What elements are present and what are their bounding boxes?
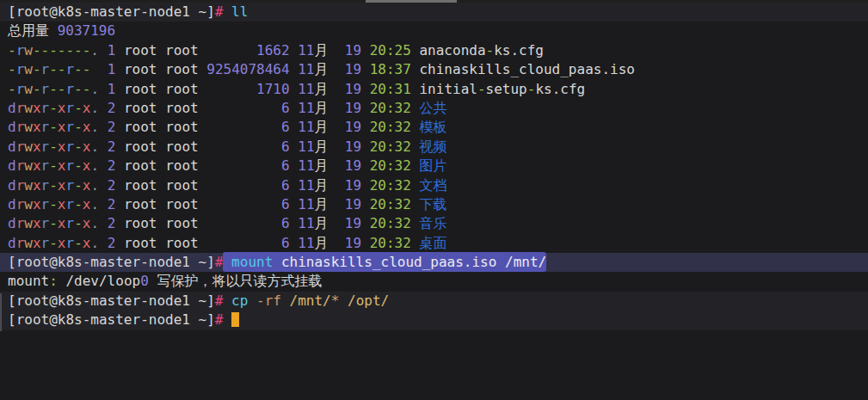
text-segment: -- [74,81,90,97]
text-segment: w [24,100,33,116]
text-segment [290,215,299,231]
text-segment: 20:25 [370,42,411,58]
text-segment: r [65,177,74,194]
text-segment: 2 [108,177,116,194]
text-segment: - [49,100,58,116]
text-segment [290,235,299,251]
text-segment: . [90,196,99,212]
text-segment: x [83,138,91,155]
text-segment: 19 [345,119,361,135]
text-segment: d [8,235,16,251]
text-segment [290,119,299,135]
text-segment [411,138,420,155]
text-segment: root root [115,61,206,77]
text-segment: - [74,196,83,212]
selected-text-segment: chinaskills_cloud_paas.iso /mnt/ [273,252,546,272]
text-segment: d [8,177,16,194]
text-segment [290,100,299,116]
text-segment [90,61,107,77]
terminal-output[interactable]: [root@k8s-master-node1 ~]# ll总用量 9037196… [0,3,868,330]
text-segment: 11 [298,100,314,116]
text-segment: [root@k8s-master-node1 ~] [8,254,215,270]
terminal-cursor[interactable] [231,312,239,327]
mount-output-line: mount: /dev/loop0 写保护，将以只读方式挂载 [0,272,868,291]
text-segment: 11 [298,157,314,174]
text-segment: x [33,196,41,212]
text-segment: - [49,215,58,231]
text-segment: d [8,157,16,174]
text-segment: x [33,119,41,135]
prompt-line-mount: [root@k8s-master-node1 ~]# mount chinask… [0,253,868,272]
text-segment [361,61,370,77]
text-segment [290,81,299,97]
text-segment: 0 [140,273,149,289]
text-segment: w [24,157,33,174]
text-segment: ll [231,3,248,20]
text-segment: 19 [345,215,361,231]
text-segment [99,119,108,135]
text-segment: - [33,61,41,77]
text-segment: - [49,235,58,251]
text-segment: /mnt/ [290,292,331,309]
text-segment: r [41,157,50,174]
text-segment: x [83,215,91,231]
text-segment: x [83,100,91,116]
text-segment: - [486,42,495,58]
text-segment: /opt/ [348,292,389,309]
text-segment [281,292,290,309]
text-segment [411,215,420,231]
text-segment: - [49,138,58,155]
text-segment: d [8,138,16,155]
text-segment: 9254078464 [206,61,289,77]
text-segment: 月 [315,215,345,231]
text-segment: w [24,215,33,231]
text-segment: mount [8,273,49,289]
text-segment: 6 [281,235,290,251]
text-segment: r [16,138,25,155]
text-segment [361,235,370,251]
text-segment [361,100,370,116]
file-row-initial-setup-ks: -rw-r--r--. 1 root root 1710 11月 19 20:3… [0,80,868,99]
text-segment: 2 [108,157,116,174]
text-segment: r [16,81,25,97]
text-segment: 20:32 [370,119,411,135]
text-segment: r [65,119,74,135]
text-segment: - [74,235,83,251]
text-segment: ks.cfg [494,42,544,58]
text-segment: . [90,119,99,135]
text-segment: 2 [108,215,116,231]
text-segment: w [24,42,33,58]
text-segment: ks.cfg [535,81,585,97]
text-segment: 19 [345,157,361,174]
text-segment: r [41,138,50,155]
text-segment: x [33,235,41,251]
text-segment [290,177,299,194]
text-segment: d [8,215,16,231]
total-line: 总用量 9037196 [0,22,868,40]
text-segment [223,292,231,309]
text-segment [290,42,299,58]
text-segment: 月 [315,157,345,174]
text-segment: /dev/loop [58,273,140,289]
text-segment: root root [115,157,281,174]
text-segment: - [33,81,41,97]
text-segment: - [74,215,83,231]
text-segment: x [33,100,41,116]
text-segment: 20:32 [370,235,411,251]
text-segment: r [16,100,25,116]
text-segment: [root@k8s-master-node1 ~] [8,292,215,309]
text-segment: chinaskills_cloud_paas.iso [419,61,634,77]
dir-row-public: drwxr-xr-x. 2 root root 6 11月 19 20:32 公… [0,99,868,118]
text-segment: ------- [33,42,90,58]
text-segment: -- [49,81,65,97]
text-segment: . [90,157,99,174]
text-segment: 19 [345,42,361,58]
text-segment: - [8,81,16,97]
text-segment: r [41,196,50,212]
dir-row-templates: drwxr-xr-x. 2 root root 6 11月 19 20:32 模… [0,118,868,137]
text-segment [411,235,420,251]
text-segment: 文档 [420,177,447,194]
text-segment: r [16,61,25,77]
text-segment [99,215,108,231]
text-segment: initial [419,81,477,97]
